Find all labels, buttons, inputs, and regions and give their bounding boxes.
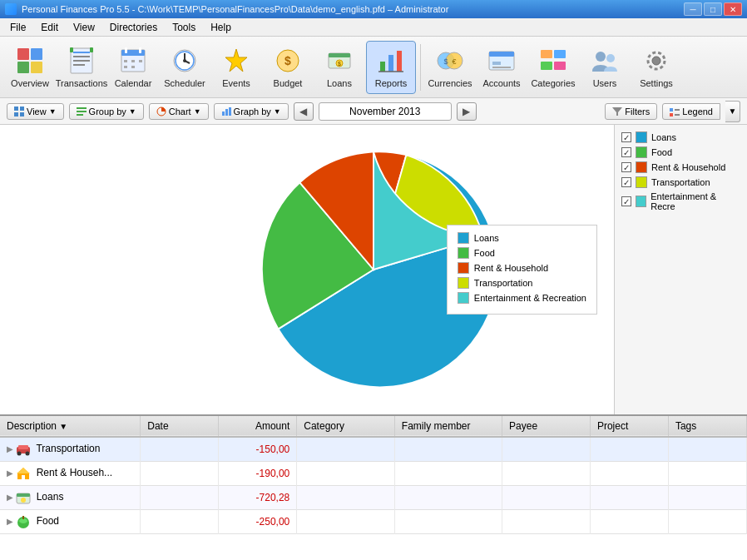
group-by-label: Group by xyxy=(89,107,126,116)
overview-icon xyxy=(15,46,45,76)
legend-panel-food: ✓ Food xyxy=(621,146,740,158)
accounts-icon xyxy=(487,46,517,76)
toolbar-currencies[interactable]: $ € Currencies xyxy=(425,41,475,94)
legend-food: Food xyxy=(458,247,586,259)
svg-rect-43 xyxy=(492,67,511,68)
food-checkbox[interactable]: ✓ xyxy=(621,147,631,157)
svg-rect-3 xyxy=(31,62,42,73)
cell-payee xyxy=(502,437,591,462)
rent-checkbox[interactable]: ✓ xyxy=(621,162,631,172)
col-date[interactable]: Date xyxy=(141,416,219,437)
toolbar-overview[interactable]: Overview xyxy=(5,41,55,94)
month-display[interactable]: November 2013 xyxy=(319,102,452,121)
svg-rect-42 xyxy=(492,62,501,65)
cell-amount: -250,00 xyxy=(219,510,297,534)
expand-icon[interactable]: ▶ xyxy=(7,468,13,478)
table-row[interactable]: ▶ Rent & Househ... -190,00 xyxy=(0,462,747,486)
menu-view[interactable]: View xyxy=(67,20,101,35)
toolbar-calendar[interactable]: Calendar xyxy=(108,41,158,94)
svg-rect-65 xyxy=(675,109,680,111)
rent-description: Rent & Househ... xyxy=(37,467,112,478)
table-area[interactable]: Description ▼ Date Amount Category Famil… xyxy=(0,416,747,560)
toolbar-settings[interactable]: Settings xyxy=(631,41,681,94)
toolbar-reports[interactable]: Reports xyxy=(366,41,416,94)
col-description[interactable]: Description ▼ xyxy=(0,416,141,437)
col-payee[interactable]: Payee xyxy=(502,416,591,437)
cell-payee xyxy=(502,510,591,534)
expand-icon[interactable]: ▶ xyxy=(7,517,13,526)
food-color xyxy=(458,247,469,259)
food-description: Food xyxy=(37,515,59,527)
loans-panel-label: Loans xyxy=(651,132,676,142)
close-button[interactable]: ✕ xyxy=(724,2,742,16)
chart-icon xyxy=(156,107,166,116)
col-family-member[interactable]: Family member xyxy=(394,416,502,437)
view-button[interactable]: View ▼ xyxy=(7,103,64,120)
col-category[interactable]: Category xyxy=(297,416,395,437)
svg-rect-44 xyxy=(541,50,552,58)
title-bar-buttons[interactable]: ─ □ ✕ xyxy=(684,2,742,16)
group-by-arrow: ▼ xyxy=(129,107,136,116)
svg-rect-79 xyxy=(22,516,24,519)
chart-button[interactable]: Chart ▼ xyxy=(149,103,209,120)
toolbar-categories[interactable]: Categories xyxy=(528,41,578,94)
svg-rect-64 xyxy=(670,108,673,112)
calendar-icon xyxy=(118,46,148,76)
expand-icon[interactable]: ▶ xyxy=(7,493,13,502)
svg-rect-1 xyxy=(31,48,42,60)
cell-family-member xyxy=(394,462,502,486)
legend-dropdown[interactable]: ▼ xyxy=(725,101,740,122)
loans-description: Loans xyxy=(37,491,64,503)
currencies-icon: $ € xyxy=(435,46,465,76)
minimize-button[interactable]: ─ xyxy=(684,2,702,16)
menu-file[interactable]: File xyxy=(3,20,32,35)
toolbar-scheduler[interactable]: Scheduler xyxy=(160,41,210,94)
food-panel-label: Food xyxy=(651,147,672,157)
table-row[interactable]: ▶ Loans -720,28 xyxy=(0,486,747,510)
svg-point-76 xyxy=(21,498,26,503)
filters-button[interactable]: Filters xyxy=(605,103,657,120)
toolbar-loans[interactable]: $ Loans xyxy=(314,41,364,94)
toolbar-users[interactable]: Users xyxy=(580,41,630,94)
view-label: View xyxy=(27,107,47,116)
legend-button[interactable]: Legend xyxy=(662,103,720,120)
expand-icon[interactable]: ▶ xyxy=(7,444,13,453)
col-project[interactable]: Project xyxy=(590,416,668,437)
svg-rect-9 xyxy=(70,47,73,52)
toolbar-separator-1 xyxy=(420,44,421,91)
group-by-button[interactable]: Group by ▼ xyxy=(69,103,144,120)
table-row[interactable]: ▶ Transportation -150,00 xyxy=(0,437,747,462)
svg-rect-61 xyxy=(225,109,228,116)
app-icon xyxy=(5,3,17,15)
toolbar-accounts[interactable]: Accounts xyxy=(477,41,527,94)
cell-project xyxy=(590,437,668,462)
loans-checkbox[interactable]: ✓ xyxy=(621,132,631,142)
cell-project xyxy=(590,486,668,510)
legend-entertainment: Entertainment & Recreation xyxy=(458,292,586,304)
col-tags[interactable]: Tags xyxy=(668,416,746,437)
transactions-icon xyxy=(67,46,96,76)
table-header-row: Description ▼ Date Amount Category Famil… xyxy=(0,416,747,437)
maximize-button[interactable]: □ xyxy=(704,2,722,16)
next-month-button[interactable]: ▶ xyxy=(457,102,477,121)
col-amount[interactable]: Amount xyxy=(219,416,297,437)
toolbar-transactions[interactable]: Transactions xyxy=(57,41,106,94)
entertainment-checkbox[interactable]: ✓ xyxy=(621,196,631,206)
toolbar-budget[interactable]: $ Budget xyxy=(263,41,313,94)
menu-tools[interactable]: Tools xyxy=(166,20,202,35)
currencies-label: Currencies xyxy=(428,78,472,88)
table-row[interactable]: ▶ Food -250,00 xyxy=(0,510,747,534)
cell-category xyxy=(297,437,395,462)
menu-help[interactable]: Help xyxy=(204,20,238,35)
loans-legend-label: Loans xyxy=(474,233,499,243)
menu-directories[interactable]: Directories xyxy=(103,20,164,35)
toolbar-events[interactable]: Events xyxy=(211,41,261,94)
menu-edit[interactable]: Edit xyxy=(34,20,65,35)
loans-icon: $ xyxy=(324,46,354,76)
graph-by-button[interactable]: Graph by ▼ xyxy=(214,103,289,120)
prev-month-button[interactable]: ◀ xyxy=(294,102,314,121)
toolbar: Overview Transactions xyxy=(0,37,747,98)
legend-panel-entertainment: ✓ Entertainment & Recre xyxy=(621,191,740,211)
transportation-checkbox[interactable]: ✓ xyxy=(621,177,631,187)
transportation-legend-label: Transportation xyxy=(474,278,533,288)
